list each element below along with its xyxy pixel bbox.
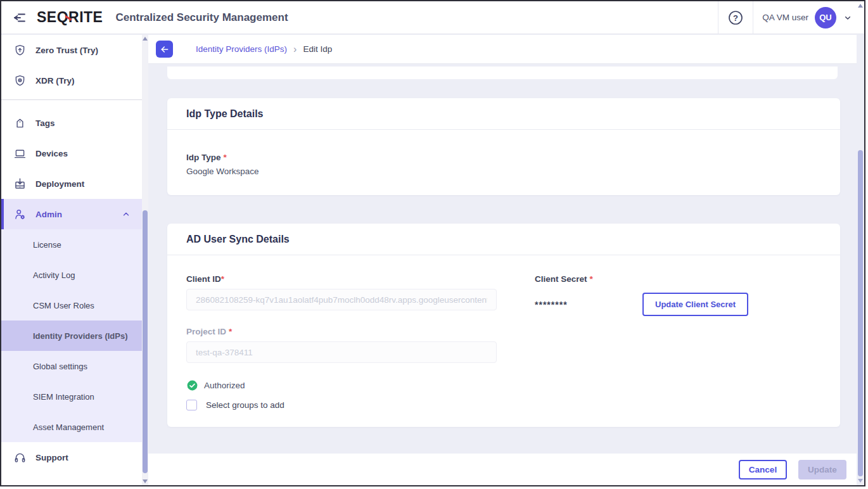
- card-body: Idp Type* Google Workspace: [167, 130, 840, 195]
- ad-user-sync-details-card: AD User Sync Details Client ID* Project …: [167, 224, 840, 427]
- required-marker: *: [221, 274, 224, 284]
- sidebar-item-label: Admin: [35, 210, 62, 219]
- scrollbar-thumb[interactable]: [858, 150, 863, 476]
- footer-action-bar: Cancel Update: [148, 454, 857, 485]
- sidebar-item-deployment[interactable]: Deployment: [1, 168, 142, 199]
- box-download-icon: [13, 177, 27, 191]
- content-scrollbar[interactable]: [142, 35, 148, 485]
- chevron-down-icon: [843, 13, 853, 23]
- card-header: Idp Type Details: [167, 98, 840, 130]
- page-scrollbar[interactable]: [857, 1, 864, 485]
- laptop-icon: [13, 146, 27, 160]
- sidebar-item-label: Zero Trust (Try): [35, 46, 98, 55]
- back-arrow-icon: [160, 44, 170, 54]
- required-marker: *: [590, 274, 593, 284]
- select-groups-row: Select groups to add: [186, 400, 497, 410]
- chevron-up-icon: [122, 210, 131, 220]
- scroll-up-arrow-icon[interactable]: [143, 37, 148, 41]
- sidebar: Zero Trust (Try) XDR (Try) Tags: [1, 35, 142, 485]
- scrolled-card-remnant: [167, 67, 838, 79]
- card-header: AD User Sync Details: [167, 224, 840, 255]
- sidebar-collapse-icon[interactable]: [11, 10, 28, 26]
- select-groups-checkbox[interactable]: [186, 400, 197, 410]
- sidebar-item-csm-user-roles[interactable]: CSM User Roles: [1, 290, 142, 321]
- sidebar-item-siem-integration[interactable]: SIEM Integration: [1, 381, 142, 412]
- sidebar-item-support[interactable]: Support: [1, 442, 142, 473]
- help-button[interactable]: ?: [718, 10, 753, 26]
- client-secret-label: Client Secret*: [535, 274, 821, 284]
- sidebar-item-global-settings[interactable]: Global settings: [1, 351, 142, 381]
- user-gear-icon: [13, 207, 27, 221]
- sidebar-item-admin[interactable]: Admin: [1, 199, 142, 229]
- svg-text:?: ?: [733, 13, 738, 23]
- breadcrumb-bar: Identity Providers (IdPs) › Edit Idp: [148, 35, 857, 64]
- authorized-status: Authorized: [186, 379, 497, 391]
- user-name: QA VM user: [762, 13, 808, 22]
- app-title: Centralized Security Management: [115, 11, 288, 24]
- cancel-button[interactable]: Cancel: [739, 460, 787, 479]
- project-id-input: [186, 341, 497, 363]
- shield-up-arrow-icon: [13, 43, 27, 57]
- sidebar-item-zero-trust[interactable]: Zero Trust (Try): [1, 35, 142, 65]
- client-secret-masked-value: ********: [535, 300, 642, 310]
- sidebar-item-xdr[interactable]: XDR (Try): [1, 65, 142, 96]
- breadcrumb-current: Edit Idp: [303, 44, 332, 54]
- project-id-label: Project ID*: [186, 327, 497, 336]
- avatar: QU: [815, 7, 836, 29]
- sidebar-item-asset-management[interactable]: Asset Management: [1, 412, 142, 442]
- client-id-label: Client ID*: [186, 274, 497, 284]
- sidebar-item-label: XDR (Try): [35, 76, 75, 86]
- app-window: SEQRITE Centralized Security Management …: [0, 0, 865, 486]
- authorized-status-text: Authorized: [204, 381, 245, 390]
- user-menu[interactable]: QA VM user QU: [753, 7, 864, 29]
- update-client-secret-button[interactable]: Update Client Secret: [642, 293, 748, 316]
- help-icon: ?: [727, 10, 744, 26]
- sidebar-item-label: Deployment: [35, 179, 84, 189]
- shield-target-icon: [13, 73, 27, 87]
- sidebar-item-label: Tags: [35, 118, 55, 128]
- client-id-input: [186, 289, 497, 310]
- update-button: Update: [798, 460, 846, 479]
- breadcrumb-parent-link[interactable]: Identity Providers (IdPs): [196, 44, 287, 54]
- idp-type-label: Idp Type*: [186, 153, 821, 162]
- sidebar-item-tags[interactable]: Tags: [1, 108, 142, 138]
- breadcrumb: Identity Providers (IdPs) › Edit Idp: [196, 44, 332, 54]
- main-content: Identity Providers (IdPs) › Edit Idp Idp…: [148, 35, 857, 485]
- check-circle-icon: [186, 379, 198, 391]
- scroll-up-arrow-icon[interactable]: [858, 4, 863, 8]
- tag-icon: [13, 116, 27, 130]
- required-marker: *: [229, 327, 232, 336]
- sidebar-item-identity-providers[interactable]: Identity Providers (IdPs): [1, 321, 142, 351]
- sidebar-item-activity-log[interactable]: Activity Log: [1, 260, 142, 290]
- required-marker: *: [224, 153, 227, 162]
- headset-icon: [13, 450, 27, 464]
- back-button[interactable]: [156, 41, 173, 58]
- sidebar-item-devices[interactable]: Devices: [1, 138, 142, 168]
- sidebar-item-label: Support: [35, 453, 68, 462]
- scrollbar-thumb[interactable]: [143, 210, 148, 473]
- seqrite-logo: SEQRITE: [37, 9, 103, 26]
- scroll-down-arrow-icon[interactable]: [858, 479, 863, 483]
- card-title: Idp Type Details: [186, 108, 264, 120]
- sidebar-item-license[interactable]: License: [1, 229, 142, 260]
- sidebar-item-label: Devices: [35, 149, 68, 158]
- select-groups-label: Select groups to add: [206, 400, 284, 410]
- scroll-down-arrow-icon[interactable]: [143, 479, 148, 483]
- idp-type-value: Google Workspace: [186, 167, 821, 176]
- top-bar: SEQRITE Centralized Security Management …: [1, 1, 864, 34]
- idp-type-details-card: Idp Type Details Idp Type* Google Worksp…: [167, 98, 840, 195]
- card-body: Client ID* Project ID* Authorized: [167, 255, 840, 427]
- breadcrumb-separator: ›: [293, 44, 297, 54]
- sidebar-divider: [1, 99, 142, 100]
- card-title: AD User Sync Details: [186, 234, 290, 245]
- admin-submenu: License Activity Log CSM User Roles Iden…: [1, 229, 142, 442]
